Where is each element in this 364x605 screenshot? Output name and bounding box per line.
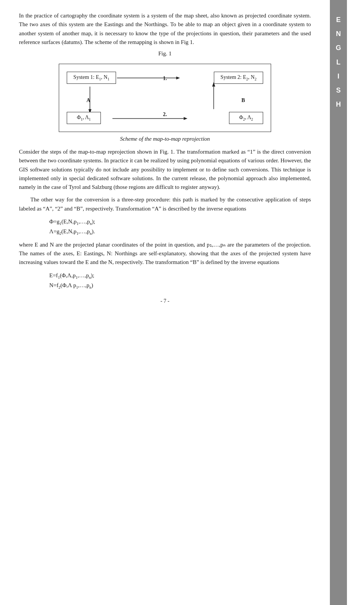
- label-2: 2.: [163, 112, 167, 118]
- equations-B: E=f1(Φ,Λ,p1,…,pn); N=f2(Φ,Λ p1,…,pn): [49, 271, 311, 291]
- sidebar-letter-S: S: [336, 86, 340, 95]
- system2-box: System 2: E2, N2: [214, 72, 263, 84]
- sidebar: E N G L I S H: [330, 0, 347, 605]
- paragraph-1: In the practice of cartography the coord…: [19, 11, 311, 47]
- scheme-caption: Scheme of the map-to-map reprojection: [19, 136, 311, 142]
- sidebar-letter-H: H: [336, 100, 341, 109]
- main-content: In the practice of cartography the coord…: [0, 0, 330, 605]
- svg-marker-5: [184, 117, 187, 120]
- label-1: 1.: [163, 75, 167, 82]
- sidebar-letter-G: G: [336, 43, 341, 53]
- page-container: In the practice of cartography the coord…: [0, 0, 364, 605]
- paragraph-4: where E and N are the projected planar c…: [19, 240, 311, 267]
- sidebar-letter-L: L: [336, 58, 340, 67]
- sidebar-letter-I: I: [337, 72, 339, 81]
- paragraph-2: Consider the steps of the map-to-map rep…: [19, 148, 311, 192]
- sidebar-letter-E: E: [336, 15, 340, 25]
- label-B: B: [242, 97, 245, 104]
- equations-A: Φ=g1(E,N,p1,…,pn); Λ=g2(E,N,p1,…,pn).: [49, 217, 311, 237]
- paragraph-3: The other way for the conversion is a th…: [19, 195, 311, 213]
- equation-2: Λ=g2(E,N,p1,…,pn).: [49, 227, 311, 237]
- label-A: A: [86, 97, 90, 104]
- diagram: System 1: E1, N1 System 2: E2, N2 Φ1, Λ1…: [59, 64, 271, 132]
- system1-box: System 1: E1, N1: [67, 72, 116, 84]
- equation-1: Φ=g1(E,N,p1,…,pn);: [49, 217, 311, 227]
- phi2-box: Φ2, Λ2: [229, 112, 263, 124]
- fig-label: Fig. 1: [19, 50, 311, 57]
- diagram-container: System 1: E1, N1 System 2: E2, N2 Φ1, Λ1…: [19, 64, 311, 132]
- equation-3: E=f1(Φ,Λ,p1,…,pn);: [49, 271, 311, 281]
- equation-4: N=f2(Φ,Λ p1,…,pn): [49, 281, 311, 291]
- svg-marker-1: [176, 77, 180, 80]
- sidebar-letter-N: N: [336, 29, 341, 39]
- phi1-box: Φ1, Λ1: [67, 112, 101, 124]
- page-number: - 7 -: [19, 298, 311, 304]
